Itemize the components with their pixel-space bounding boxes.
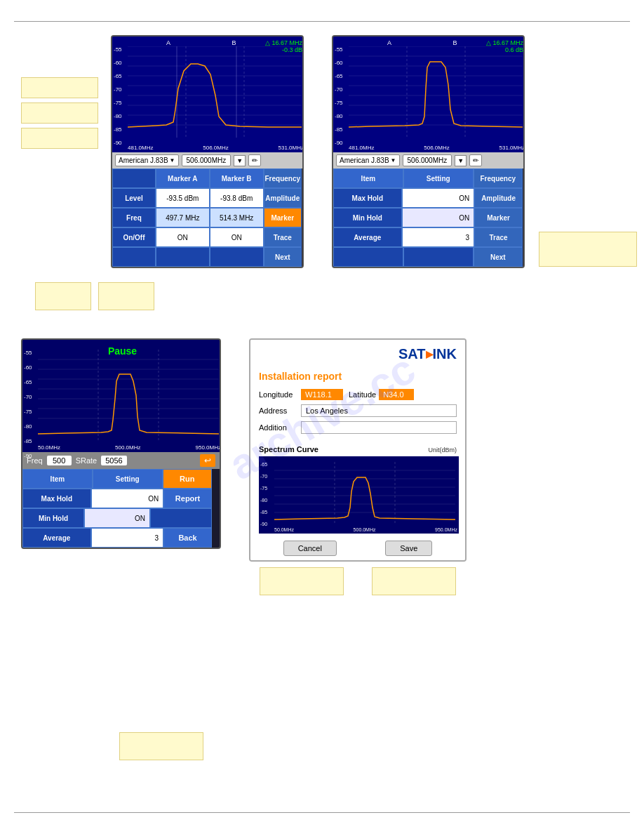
tr-control-bar: American J.83B ▼ 506.000MHz ▼ ✏ bbox=[333, 152, 523, 168]
spectrum-curve-title: Spectrum Curve bbox=[259, 445, 318, 454]
top-right-chart: -55 -60 -65 -70 -75 -80 -85 -90 -95 A B bbox=[333, 37, 525, 152]
bottom-rule bbox=[14, 812, 630, 813]
br-callout-row bbox=[249, 567, 467, 595]
satlink-logo: SAT▸INK bbox=[259, 345, 457, 362]
addition-row: Addition bbox=[259, 421, 457, 434]
tr-marker-a: A bbox=[387, 39, 391, 46]
install-title: Installation report bbox=[250, 368, 465, 385]
tr-x-axis: 481.0MHz 506.0MHz 531.0MHz bbox=[349, 145, 525, 151]
tr-avg-row: Average 3 Trace bbox=[333, 227, 523, 247]
tr-freq-arrow[interactable]: ▼ bbox=[455, 155, 467, 166]
unit-label: Unit(dBm) bbox=[428, 446, 457, 454]
bottom-callouts-left bbox=[35, 282, 154, 310]
top-right-device: -55 -60 -65 -70 -75 -80 -85 -90 -95 A B bbox=[332, 35, 525, 268]
left-callout-group bbox=[21, 77, 105, 149]
freq-display: 506.000MHz bbox=[182, 154, 232, 166]
menu-header-row: Marker A Marker B Frequency bbox=[112, 168, 302, 188]
top-left-device: -55 -60 -65 -70 -75 -80 -85 -90 -95 A bbox=[111, 35, 304, 268]
top-row: -55 -60 -65 -70 -75 -80 -85 -90 -95 A bbox=[21, 35, 623, 268]
cancel-button[interactable]: Cancel bbox=[283, 541, 337, 556]
bottom-left-device: Pause -55 -60 -65 -70 -75 -80 -85 -90 bbox=[21, 338, 221, 549]
callout-br-1 bbox=[260, 567, 344, 595]
bl-x-axis: 50.0MHz 500.0MHz 950.0MHz bbox=[38, 444, 221, 451]
tr-marker-b: B bbox=[453, 39, 457, 46]
marker-a-label: A bbox=[166, 39, 170, 46]
install-buttons: Cancel Save bbox=[250, 536, 465, 560]
menu-onoff-row: On/Off ON ON Trace bbox=[112, 227, 302, 247]
callout-bottom-1 bbox=[35, 282, 91, 310]
install-header: SAT▸INK bbox=[250, 340, 465, 368]
bottom-row: Pause -55 -60 -65 -70 -75 -80 -85 -90 bbox=[21, 338, 623, 595]
bl-spectrum-svg bbox=[38, 350, 219, 441]
srate-label: SRate bbox=[76, 456, 98, 465]
address-label: Address bbox=[259, 406, 301, 415]
tr-freq-display: 506.000MHz bbox=[403, 154, 452, 166]
top-left-control-bar: American J.83B ▼ 506.000MHz ▼ ✏ bbox=[112, 152, 302, 168]
freq-value[interactable]: 500 bbox=[47, 456, 72, 465]
bl-minhold-row: Min Hold ON bbox=[22, 508, 212, 528]
install-form: Longitude Latitude Address Addition bbox=[250, 385, 465, 442]
tr-spectrum-svg bbox=[349, 46, 523, 138]
pause-text: Pause bbox=[108, 345, 137, 357]
longitude-row: Longitude Latitude bbox=[259, 389, 457, 400]
callout-top-left-3 bbox=[21, 128, 98, 149]
bl-maxhold-row: Max Hold ON Report bbox=[22, 489, 212, 508]
srate-value[interactable]: 5056 bbox=[101, 456, 126, 465]
freq-srate-bar: Freq 500 SRate 5056 ↩ bbox=[22, 452, 220, 469]
mini-x-axis: 50.0MHz 500.0MHz 950.0MHz bbox=[274, 527, 457, 532]
addition-label: Addition bbox=[259, 423, 301, 432]
callout-br-2 bbox=[372, 567, 456, 595]
spectrum-svg bbox=[128, 46, 302, 138]
marker-b-label: B bbox=[232, 39, 236, 46]
menu-level-row: Level -93.5 dBm -93.8 dBm Amplitude bbox=[112, 188, 302, 208]
callout-top-left-1 bbox=[21, 77, 98, 98]
bl-header-row: Item Setting Run bbox=[22, 469, 212, 489]
x-axis: 481.0MHz 506.0MHz 531.0MHz bbox=[128, 145, 304, 151]
edit-icon[interactable]: ✏ bbox=[248, 154, 261, 166]
longitude-input[interactable] bbox=[301, 389, 343, 400]
spectrum-curve-section: Spectrum Curve Unit(dBm) -65 -70 -75 -80… bbox=[250, 442, 465, 536]
bottom-right-area: SAT▸INK Installation report Longitude La… bbox=[249, 338, 467, 595]
save-button[interactable]: Save bbox=[385, 541, 432, 556]
bl-menu: Item Setting Run Max Hold ON Report Min … bbox=[22, 469, 212, 548]
menu-freq-row: Freq 497.7 MHz 514.3 MHz Marker bbox=[112, 208, 302, 227]
callout-top-left-2 bbox=[21, 102, 98, 124]
address-input[interactable] bbox=[301, 404, 457, 417]
top-left-menu: Marker A Marker B Frequency Level -93.5 … bbox=[112, 168, 302, 267]
content-area: -55 -60 -65 -70 -75 -80 -85 -90 -95 A bbox=[21, 35, 623, 799]
spectrum-curve-header: Spectrum Curve Unit(dBm) bbox=[259, 445, 457, 456]
address-row: Address bbox=[259, 404, 457, 417]
bl-bottom-callout bbox=[119, 732, 203, 760]
latitude-input[interactable] bbox=[379, 389, 414, 400]
tr-minhold-row: Min Hold ON Marker bbox=[333, 208, 523, 227]
page-container: archive.cc -55 bbox=[0, 0, 644, 834]
spectrum-mini-chart: -65 -70 -75 -80 -85 -90 -95 bbox=[259, 456, 459, 534]
addition-input[interactable] bbox=[301, 421, 457, 434]
tr-standard-select[interactable]: American J.83B ▼ bbox=[336, 154, 400, 166]
bl-chart: Pause -55 -60 -65 -70 -75 -80 -85 -90 bbox=[22, 340, 221, 452]
tr-menu: Item Setting Frequency Max Hold ON Ampli… bbox=[333, 168, 523, 267]
tr-maxhold-row: Max Hold ON Amplitude bbox=[333, 188, 523, 208]
go-button[interactable]: ↩ bbox=[200, 454, 215, 467]
standard-select[interactable]: American J.83B ▼ bbox=[115, 154, 179, 166]
menu-next-row: Next bbox=[112, 247, 302, 267]
freq-arrow[interactable]: ▼ bbox=[234, 155, 246, 166]
tr-menu-header: Item Setting Frequency bbox=[333, 168, 523, 188]
tr-next-row: Next bbox=[333, 247, 523, 267]
callout-bl-bottom bbox=[119, 732, 203, 760]
latitude-label: Latitude bbox=[349, 390, 376, 399]
y-axis-right: -55 -60 -65 -70 -75 -80 -85 -90 -95 bbox=[335, 46, 343, 152]
installation-report: SAT▸INK Installation report Longitude La… bbox=[249, 338, 467, 562]
mini-spectrum-svg bbox=[274, 462, 455, 524]
longitude-label: Longitude bbox=[259, 390, 301, 399]
callout-bottom-2 bbox=[98, 282, 154, 310]
top-left-chart: -55 -60 -65 -70 -75 -80 -85 -90 -95 A bbox=[112, 37, 304, 152]
bl-avg-row: Average 3 Back bbox=[22, 528, 212, 548]
y-axis: -55 -60 -65 -70 -75 -80 -85 -90 -95 bbox=[114, 46, 122, 152]
top-rule bbox=[14, 21, 630, 22]
tr-edit-icon[interactable]: ✏ bbox=[469, 154, 482, 166]
tr-callout-right bbox=[539, 232, 637, 267]
